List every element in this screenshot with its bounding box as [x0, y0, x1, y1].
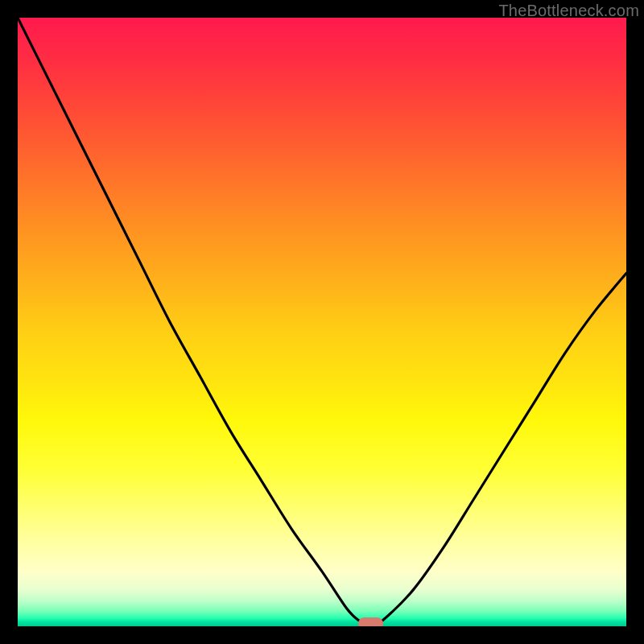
- watermark-text: TheBottleneck.com: [498, 2, 639, 20]
- chart-frame: TheBottleneck.com: [0, 0, 644, 644]
- plot-area: [18, 18, 626, 626]
- bottleneck-curve: [18, 18, 626, 626]
- optimal-marker: [358, 617, 382, 626]
